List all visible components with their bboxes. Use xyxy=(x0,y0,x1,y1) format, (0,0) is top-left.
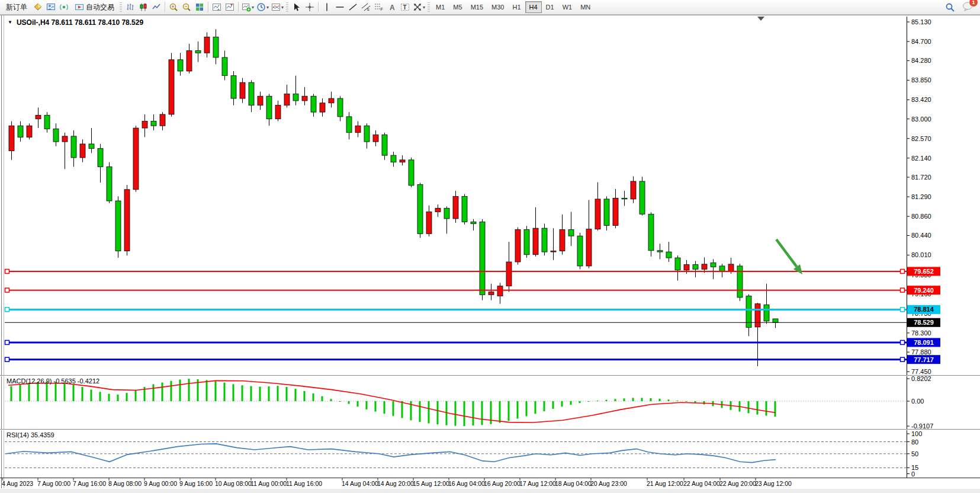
text-label-button[interactable]: T xyxy=(399,1,411,13)
timeframe-button-H4[interactable]: H4 xyxy=(525,1,542,13)
svg-text:E: E xyxy=(367,8,369,11)
candlestick xyxy=(435,208,441,212)
timeframe-button-M5[interactable]: M5 xyxy=(449,1,466,13)
trendline-button[interactable] xyxy=(347,1,359,13)
candlestick xyxy=(293,94,298,101)
toolbar-grip xyxy=(428,2,430,12)
chart-window[interactable]: 85.13084.70084.28083.85083.42083.00082.5… xyxy=(0,0,980,493)
macd-histogram-bar xyxy=(268,386,270,401)
price-tick-label: 77.450 xyxy=(911,368,931,375)
cursor-button[interactable] xyxy=(291,1,303,13)
equidistant-channel-button[interactable]: E xyxy=(360,1,372,13)
price-tick-label: 85.130 xyxy=(911,18,931,25)
timeframe-button-M30[interactable]: M30 xyxy=(487,1,508,13)
line-anchor-handle[interactable] xyxy=(901,340,905,344)
line-anchor-handle[interactable] xyxy=(901,357,905,361)
line-anchor-handle[interactable] xyxy=(5,308,9,312)
candlestick xyxy=(364,126,369,142)
macd-histogram-bar xyxy=(259,387,261,401)
rsi-indicator-label: RSI(14) 35.4359 xyxy=(7,431,54,438)
periods-button[interactable]: ▾ xyxy=(256,1,269,13)
chart-title-text: USOil-,H4 78.611 78.611 78.410 78.529 xyxy=(17,18,143,27)
time-axis[interactable]: 4 Aug 20237 Aug 00:007 Aug 16:008 Aug 08… xyxy=(2,478,792,487)
candlestick xyxy=(231,76,236,98)
macd-histogram-bar xyxy=(393,401,394,416)
timeframe-button-W1[interactable]: W1 xyxy=(558,1,577,13)
crosshair-button[interactable] xyxy=(304,1,316,13)
candlestick xyxy=(515,229,520,262)
line-anchor-handle[interactable] xyxy=(5,340,9,344)
macd-histogram-bar xyxy=(517,401,519,419)
macd-histogram-bar xyxy=(28,383,30,401)
line-anchor-handle[interactable] xyxy=(901,288,905,292)
line-anchor-handle[interactable] xyxy=(901,269,905,273)
timeframe-button-H1[interactable]: H1 xyxy=(508,1,525,13)
search-button[interactable] xyxy=(944,1,956,13)
macd-histogram-bar xyxy=(650,398,652,401)
line-chart-button[interactable] xyxy=(150,1,162,13)
signals-button[interactable] xyxy=(58,1,70,13)
macd-histogram-bar xyxy=(126,393,128,401)
fibonacci-button[interactable]: F xyxy=(373,1,385,13)
macd-histogram-bar xyxy=(419,401,421,422)
new-order-button[interactable]: 新订单 xyxy=(2,1,31,13)
macd-histogram-bar xyxy=(686,401,687,402)
price-tick-label: 81.290 xyxy=(911,193,931,200)
line-anchor-handle[interactable] xyxy=(901,308,905,312)
timeframe-button-M1[interactable]: M1 xyxy=(432,1,449,13)
candlestick xyxy=(107,167,112,201)
line-anchor-handle[interactable] xyxy=(5,357,9,361)
vertical-line-button[interactable] xyxy=(321,1,333,13)
horizontal-line-button[interactable] xyxy=(334,1,346,13)
date-tick-label: 18 Aug 04:00 xyxy=(555,480,592,487)
candlestick xyxy=(195,50,201,53)
bar-chart-button[interactable] xyxy=(124,1,136,13)
strategy-tester-button[interactable] xyxy=(45,1,57,13)
timeframe-button-MN[interactable]: MN xyxy=(576,1,595,13)
new-chart-button[interactable]: ▾ xyxy=(241,1,255,13)
search-icon xyxy=(945,2,955,12)
zoom-out-icon xyxy=(182,2,191,12)
candlestick xyxy=(373,135,378,142)
candlestick xyxy=(338,98,343,117)
text-button[interactable]: A xyxy=(386,1,398,13)
candlestick xyxy=(675,258,680,270)
timeframe-button-M15[interactable]: M15 xyxy=(467,1,487,13)
line-anchor-handle[interactable] xyxy=(5,269,9,273)
indicators-button[interactable]: ▾ xyxy=(271,1,284,13)
candlestick xyxy=(382,135,387,156)
chart-shift-button[interactable] xyxy=(224,1,236,13)
auto-scroll-button[interactable] xyxy=(211,1,223,13)
chart-canvas[interactable]: 85.13084.70084.28083.85083.42083.00082.5… xyxy=(0,0,980,493)
chat-button[interactable]: 1 xyxy=(962,1,973,14)
arrows-button[interactable]: ▾ xyxy=(412,1,426,13)
macd-histogram-bar xyxy=(579,401,581,403)
rsi-axis-label: 50 xyxy=(911,450,918,457)
candlestick-button[interactable] xyxy=(137,1,149,13)
zoom-out-button[interactable] xyxy=(181,1,192,13)
date-tick-label: 21 Aug 12:00 xyxy=(647,480,683,487)
price-tick-label: 80.860 xyxy=(911,213,931,220)
candlestick xyxy=(18,126,23,137)
macd-histogram-bar xyxy=(286,387,288,401)
candlestick xyxy=(36,116,41,119)
candlestick xyxy=(737,266,743,297)
macd-histogram-bar xyxy=(597,401,599,401)
autotrading-button[interactable]: 自动交易 xyxy=(71,1,118,13)
zoom-in-button[interactable] xyxy=(168,1,179,13)
gold-coin-button[interactable] xyxy=(32,1,44,13)
chevron-down-icon[interactable]: ▼ xyxy=(8,20,12,25)
candlestick xyxy=(89,144,94,149)
zoom-in-icon xyxy=(169,2,178,12)
line-anchor-handle[interactable] xyxy=(5,288,9,292)
person-chart-icon xyxy=(46,2,56,12)
arrows-icon xyxy=(413,2,422,12)
clock-icon xyxy=(256,2,266,12)
timeframe-button-D1[interactable]: D1 xyxy=(542,1,558,13)
candlestick xyxy=(266,96,272,119)
tile-windows-button[interactable] xyxy=(194,1,205,13)
macd-histogram-bar xyxy=(766,401,767,415)
macd-histogram-bar xyxy=(64,383,66,401)
macd-histogram-bar xyxy=(171,381,172,401)
date-tick-label: 15 Aug 12:00 xyxy=(413,480,449,487)
